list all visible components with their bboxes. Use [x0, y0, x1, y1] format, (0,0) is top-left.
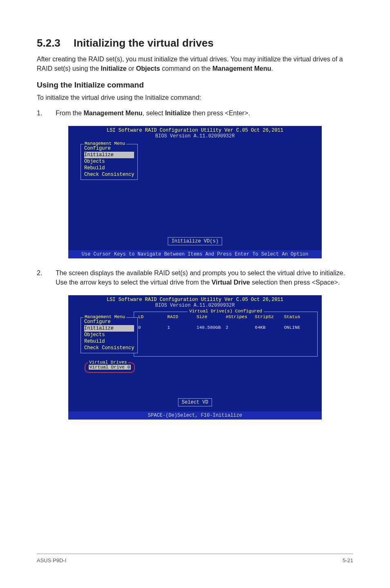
menu-item-rebuild[interactable]: Rebuild	[84, 165, 134, 171]
intro-text: or	[127, 65, 136, 72]
step-1: 1. From the Management Menu, select Init…	[37, 108, 353, 118]
menu-item-configure[interactable]: Configure	[84, 145, 134, 152]
vd-table-row: 0 1 148.580GB 2 64KB ONLINE	[138, 325, 313, 330]
step-number: 2.	[37, 268, 56, 287]
virtual-drives-selector: Virtual Drives Virtual Drive 0	[85, 362, 135, 373]
bios1-footer: Use Cursor Keys to Navigate Between Item…	[68, 250, 322, 258]
management-menu-title: Management Menu	[83, 314, 126, 319]
bios-screen-1: LSI Software RAID Configuration Utility …	[68, 126, 322, 258]
subheading-text: To initialize the virtual drive using th…	[37, 93, 353, 102]
menu-item-check-consistency[interactable]: Check Consistency	[84, 171, 134, 178]
menu-item-objects[interactable]: Objects	[84, 158, 134, 165]
step1-text: then press <Enter>.	[191, 110, 250, 117]
step-text: From the Management Menu, select Initial…	[56, 108, 353, 118]
management-menu-box: Management Menu Configure Initialize Obj…	[81, 317, 138, 353]
menu-item-initialize[interactable]: Initialize	[84, 152, 134, 158]
section-title: Initializing the virtual drives	[74, 37, 213, 49]
col-ld: LD	[138, 314, 167, 319]
col-stripsz: StripSz	[255, 314, 284, 319]
intro-text: .	[271, 65, 273, 72]
section-heading: 5.2.3Initializing the virtual drives	[37, 37, 353, 49]
virtual-drives-title: Virtual Drives	[88, 360, 128, 365]
col-stripes: #Stripes	[226, 314, 255, 319]
bios2-version-line: BIOS Version A.11.02090932R	[68, 303, 322, 308]
bios2-header: LSI Software RAID Configuration Utility …	[68, 295, 322, 309]
cell-size: 148.580GB	[197, 325, 226, 330]
intro-bold-mgmt: Management Menu	[213, 65, 271, 72]
menu-item-objects[interactable]: Objects	[84, 332, 134, 338]
cell-stripes: 2	[226, 325, 255, 330]
page-footer: ASUS P9D-I 5-21	[37, 554, 353, 563]
cell-stripsz: 64KB	[255, 325, 284, 330]
vd-configured-panel: Virtual Drive(s) Configured LD RAID Size…	[134, 312, 318, 357]
step2-bold-vd: Virtual Drive	[211, 279, 250, 286]
management-menu-box: Management Menu Configure Initialize Obj…	[81, 144, 138, 180]
step-number: 1.	[37, 108, 56, 118]
footer-right: 5-21	[343, 557, 353, 563]
step1-text: , select	[142, 110, 165, 117]
cell-ld: 0	[138, 325, 167, 330]
cell-status: ONLINE	[284, 325, 313, 330]
bios2-hint-select-vd: Select VD	[178, 398, 212, 406]
col-size: Size	[197, 314, 226, 319]
intro-paragraph: After creating the RAID set(s), you must…	[37, 54, 353, 73]
bios-screen-2: LSI Software RAID Configuration Utility …	[68, 295, 322, 420]
section-number: 5.2.3	[37, 37, 74, 49]
intro-bold-initialize: Initialize	[101, 65, 127, 72]
vd-table-header: LD RAID Size #Stripes StripSz Status	[138, 314, 313, 319]
step2-text: selection then press <Space>.	[250, 279, 340, 286]
menu-item-check-consistency[interactable]: Check Consistency	[84, 345, 134, 351]
bios1-title-line: LSI Software RAID Configuration Utility …	[68, 128, 322, 133]
cell-raid: 1	[167, 325, 196, 330]
bios1-version-line: BIOS Version A.11.02090932R	[68, 133, 322, 139]
step-text: The screen displays the available RAID s…	[56, 268, 353, 287]
step1-text: From the	[56, 110, 83, 117]
footer-left: ASUS P9D-I	[37, 557, 66, 563]
bios2-title-line: LSI Software RAID Configuration Utility …	[68, 297, 322, 303]
virtual-drive-0[interactable]: Virtual Drive 0	[89, 365, 131, 370]
step-2: 2. The screen displays the available RAI…	[37, 268, 353, 287]
menu-item-initialize[interactable]: Initialize	[84, 325, 134, 332]
bios2-footer: SPACE-(De)Select, F10-Initialize	[68, 411, 322, 420]
intro-bold-objects: Objects	[136, 65, 160, 72]
vd-configured-title: Virtual Drive(s) Configured	[188, 309, 264, 314]
subheading-initialize: Using the Initialize command	[37, 81, 353, 90]
bios1-header: LSI Software RAID Configuration Utility …	[68, 126, 322, 140]
intro-text: command on the	[160, 65, 212, 72]
col-raid: RAID	[167, 314, 196, 319]
step1-bold-init: Initialize	[165, 110, 191, 117]
management-menu-title: Management Menu	[83, 141, 126, 146]
bios1-hint-initialize-vd: Initialize VD(s)	[168, 237, 222, 245]
menu-item-rebuild[interactable]: Rebuild	[84, 338, 134, 345]
step1-bold-mgmt: Management Menu	[83, 110, 142, 117]
col-status: Status	[284, 314, 313, 319]
menu-item-configure[interactable]: Configure	[84, 319, 134, 325]
